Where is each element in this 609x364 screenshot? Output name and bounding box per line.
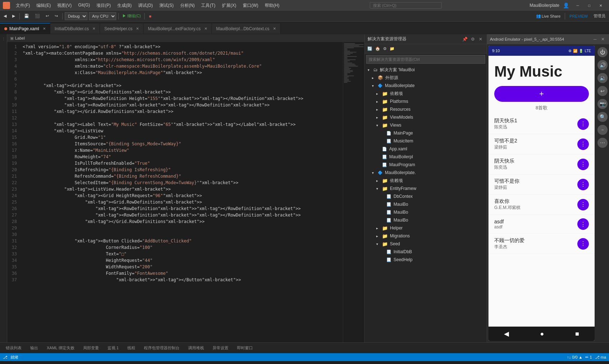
volume-down-button[interactable]: 🔉 xyxy=(597,73,608,83)
menu-analyze[interactable]: 分析(N) xyxy=(177,2,198,9)
debug-config-dropdown[interactable]: Debug xyxy=(65,12,87,20)
menu-help[interactable]: 帮助(H) xyxy=(262,2,282,9)
tab-close-button[interactable]: ✕ xyxy=(43,27,46,31)
tree-item-8[interactable]: 📄 App.xaml xyxy=(365,145,487,153)
rotate-button[interactable]: ↩ xyxy=(597,86,608,96)
tree-item-0[interactable]: ▾ 🔷 MauiBoilerplate xyxy=(365,82,487,90)
preview-button[interactable]: PREVIEW xyxy=(567,12,590,20)
tree-item-2[interactable]: ▸ 📁 Platforms xyxy=(365,97,487,105)
emulator-close[interactable]: ✕ xyxy=(600,36,606,42)
tree-item-5[interactable]: ▾ 📁 Views xyxy=(365,121,487,129)
code-editor[interactable]: <?xml version="1.0" encoding="utf-8" ?"x… xyxy=(20,42,343,342)
tree-item-19[interactable]: ▸ 📁 Migrations xyxy=(365,232,487,240)
global-search-input[interactable] xyxy=(370,2,442,9)
bottom-tab-0[interactable]: 错误列表 xyxy=(3,345,24,351)
pin-button[interactable]: 📌 xyxy=(462,36,468,42)
bottom-tab-4[interactable]: 监视 1 xyxy=(105,345,122,351)
song-menu-button-4[interactable]: ⋮ xyxy=(577,199,589,210)
tab-seedhelper[interactable]: SeedHelper.cs ✕ xyxy=(100,23,144,34)
menu-tools[interactable]: 工具(T) xyxy=(198,2,218,9)
tab-close-button[interactable]: ✕ xyxy=(92,27,95,31)
power-button[interactable]: ⏻ xyxy=(597,47,608,57)
minimize-button[interactable]: ─ xyxy=(572,2,583,9)
menu-test[interactable]: 测试(S) xyxy=(156,2,177,9)
filter-button[interactable]: ⚙ xyxy=(382,45,388,53)
redo-button[interactable]: ↪ xyxy=(53,12,60,20)
nav-recents-button[interactable]: ■ xyxy=(575,330,579,338)
zoom-out-button[interactable]: − xyxy=(597,125,608,135)
menu-debug[interactable]: 调试(D) xyxy=(135,2,156,9)
sync-button[interactable]: 🔄 xyxy=(366,45,373,53)
show-files-button[interactable]: 📁 xyxy=(388,45,396,53)
cpu-dropdown[interactable]: Any CPU xyxy=(89,12,116,20)
menu-window[interactable]: 窗口(W) xyxy=(240,2,261,9)
zoom-in-button[interactable]: 🔍 xyxy=(597,112,608,122)
tree-item-10[interactable]: 📃 MauiProgram xyxy=(365,161,487,169)
tree-solution-root[interactable]: ▾ 🗂 解决方案 'MauiBoi xyxy=(365,66,487,74)
phone-add-button[interactable]: + xyxy=(494,86,589,102)
menu-edit[interactable]: 编辑(E) xyxy=(33,2,54,9)
song-menu-button-3[interactable]: ⋮ xyxy=(577,179,589,190)
volume-up-button[interactable]: 🔊 xyxy=(597,60,608,70)
tree-item-9[interactable]: 📃 MauiBoilerpl xyxy=(365,153,487,161)
close-button[interactable]: ✕ xyxy=(595,2,606,9)
bottom-tab-5[interactable]: 线程 xyxy=(124,345,138,351)
tree-item-22[interactable]: 📃 SeedHelp xyxy=(365,256,487,264)
more-button[interactable]: ⋯ xyxy=(597,138,608,148)
save-all-button[interactable]: ⬛ xyxy=(33,12,42,20)
tree-external-deps[interactable]: ▸ 📦 外部源 xyxy=(365,74,487,82)
nav-back-button[interactable]: ◀ xyxy=(504,330,509,338)
user-icon[interactable]: 👤 xyxy=(562,2,569,9)
back-button[interactable]: ◀ xyxy=(1,12,9,20)
tree-item-12[interactable]: ▸ 📁 依赖项 xyxy=(365,177,487,185)
bottom-tab-1[interactable]: 输出 xyxy=(27,345,41,351)
menu-git[interactable]: Git(G) xyxy=(75,2,93,9)
bottom-tab-9[interactable]: 即时窗口 xyxy=(234,345,256,351)
panel-close-button[interactable]: ✕ xyxy=(477,36,484,42)
tree-item-13[interactable]: ▾ 📁 EntityFramew xyxy=(365,185,487,192)
tree-item-17[interactable]: 📃 MauiBo xyxy=(365,216,487,224)
tab-dbcontext[interactable]: MauiBoilerpl...DbContext.cs ✕ xyxy=(212,23,281,34)
tab-close-button[interactable]: ✕ xyxy=(273,27,276,31)
song-menu-button-0[interactable]: ⋮ xyxy=(577,118,589,130)
song-menu-button-6[interactable]: ⋮ xyxy=(577,238,589,250)
tab-mainpage-xaml[interactable]: MainPage.xaml ✕ xyxy=(0,23,50,34)
tree-item-16[interactable]: 📃 MauiBo xyxy=(365,208,487,216)
song-menu-button-5[interactable]: ⋮ xyxy=(577,218,589,230)
tab-close-button[interactable]: ✕ xyxy=(136,27,139,31)
emulator-minimize[interactable]: ─ xyxy=(592,36,598,42)
admin-button[interactable]: 管理员 xyxy=(591,12,608,20)
bottom-tab-8[interactable]: 异常设置 xyxy=(210,345,231,351)
tree-item-14[interactable]: 📃 DbContex xyxy=(365,192,487,200)
play-continue-button[interactable]: ▶ 继续(C) xyxy=(121,13,142,19)
home-button[interactable]: 🏠 xyxy=(374,45,381,53)
bottom-tab-7[interactable]: 调用堆栈 xyxy=(185,345,207,351)
maximize-button[interactable]: □ xyxy=(584,2,595,9)
song-menu-button-2[interactable]: ⋮ xyxy=(577,159,589,170)
live-share-button[interactable]: 👥 Live Share xyxy=(534,12,563,20)
tree-item-20[interactable]: ▾ 📁 Seed xyxy=(365,240,487,248)
nav-home-button[interactable]: ● xyxy=(540,330,544,338)
menu-view[interactable]: 视图(V) xyxy=(54,2,74,9)
tree-item-7[interactable]: 📃 MusicItem xyxy=(365,137,487,145)
song-menu-button-1[interactable]: ⋮ xyxy=(577,138,589,150)
tree-item-18[interactable]: ▸ 📁 Helper xyxy=(365,224,487,232)
menu-extensions[interactable]: 扩展(X) xyxy=(219,2,239,9)
solution-search-input[interactable] xyxy=(366,55,485,64)
tree-item-4[interactable]: ▸ 📁 ViewModels xyxy=(365,113,487,121)
tree-item-1[interactable]: ▸ 📁 依赖项 xyxy=(365,90,487,97)
tree-item-6[interactable]: 📄 MainPage xyxy=(365,129,487,137)
undo-button[interactable]: ↩ xyxy=(44,12,51,20)
tree-item-15[interactable]: 📃 MauiBo xyxy=(365,200,487,208)
tree-item-11[interactable]: ▾ 🔷 MauiBoilerplate. xyxy=(365,169,487,177)
menu-build[interactable]: 生成(B) xyxy=(114,2,135,9)
tab-initialdbbuilder[interactable]: InitialDbBuilder.cs ✕ xyxy=(50,23,100,34)
forward-button[interactable]: ▶ xyxy=(10,12,17,20)
tab-extfactory[interactable]: MauiBoilerpl...extFactory.cs ✕ xyxy=(144,23,212,34)
bottom-tab-3[interactable]: 局部变量 xyxy=(80,345,102,351)
tree-item-3[interactable]: ▸ 📁 Resources xyxy=(365,105,487,113)
save-button[interactable]: 💾 xyxy=(22,12,31,20)
tab-close-button[interactable]: ✕ xyxy=(204,27,207,31)
menu-project[interactable]: 项目(P) xyxy=(94,2,114,9)
tree-item-21[interactable]: 📃 InitialDbB xyxy=(365,248,487,256)
